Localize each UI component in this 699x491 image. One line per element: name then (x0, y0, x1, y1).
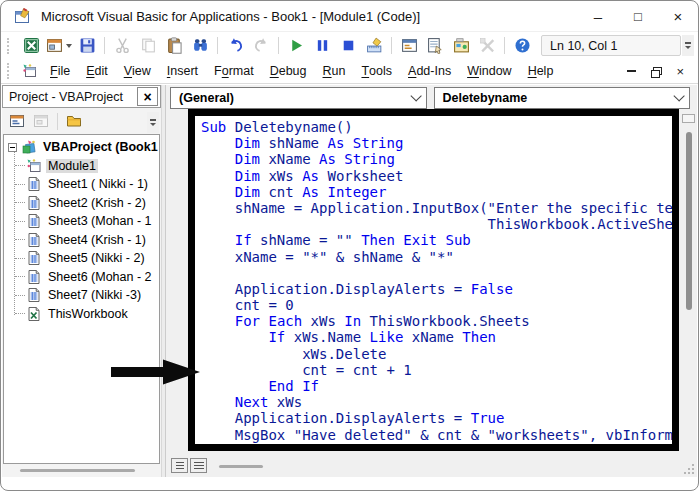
redo-icon (253, 37, 270, 54)
highlighted-code-region[interactable]: Sub Deletebyname() Dim shName As String … (188, 109, 679, 451)
module-icon (26, 158, 42, 174)
tree-item-sheet1-nikki-1[interactable]: Sheet1 ( Nikki - 1) (4, 175, 159, 194)
undo-button[interactable] (222, 34, 248, 58)
code-line: shName = Application.InputBox("Enter the… (201, 200, 672, 216)
menu-file[interactable]: File (42, 59, 78, 83)
tree-item-label: Sheet3 (Mohan - 1 (46, 214, 154, 228)
properties-window-icon (427, 37, 444, 54)
mdi-close-button[interactable]: × (676, 65, 684, 78)
tree-item-module1[interactable]: Module1 (4, 157, 159, 176)
window-title: Microsoft Visual Basic for Applications … (41, 9, 420, 24)
tree-item-sheet4-krish-1[interactable]: Sheet4 (Krish - 1) (4, 231, 159, 250)
view-code-button[interactable] (5, 111, 29, 132)
tree-item-label: ThisWorkbook (46, 307, 130, 321)
menu-edit[interactable]: Edit (78, 59, 116, 83)
project-explorer-panel: Project - VBAProject × (2, 85, 161, 477)
code-line: ThisWorkbook.ActiveSheet (201, 216, 672, 232)
toolbox-button[interactable] (474, 34, 500, 58)
insert-userform-button[interactable] (44, 34, 74, 58)
project-explorer-button[interactable] (396, 34, 422, 58)
mdi-restore-button[interactable] (651, 67, 661, 76)
folder-icon (66, 113, 82, 129)
project-toolbar-overflow-button[interactable] (147, 112, 159, 133)
view-object-button[interactable] (29, 111, 53, 132)
object-dropdown[interactable]: (General) (170, 87, 427, 109)
minimize-button[interactable]: – (578, 1, 618, 31)
copy-button[interactable] (135, 34, 161, 58)
sheet-icon (26, 176, 42, 192)
help-icon (514, 37, 531, 54)
view-object-icon (33, 113, 49, 129)
object-browser-button[interactable] (448, 34, 474, 58)
scrollbar-thumb[interactable] (20, 469, 135, 472)
tree-item-sheet6-mohan-2[interactable]: Sheet6 (Mohan - 2 (4, 268, 159, 287)
tree-item-label: Sheet5 (Nikki - 2) (46, 251, 147, 265)
toolbar-overflow-button[interactable] (682, 35, 694, 56)
find-button[interactable] (187, 34, 213, 58)
properties-window-button[interactable] (422, 34, 448, 58)
menu-bar: FileEditViewInsertFormatDebugRunToolsAdd… (1, 59, 698, 84)
tree-item-sheet7-nikki-3[interactable]: Sheet7 (Nikki -3) (4, 286, 159, 305)
design-mode-button[interactable] (361, 34, 387, 58)
reset-button[interactable] (335, 34, 361, 58)
project-panel-close-button[interactable]: × (137, 87, 158, 106)
menubar-grip[interactable] (7, 63, 13, 79)
menu-insert[interactable]: Insert (159, 59, 206, 83)
cut-button[interactable] (109, 34, 135, 58)
mdi-minimize-button[interactable] (627, 70, 636, 72)
code-line: cnt = cnt + 1 (201, 362, 672, 378)
close-button[interactable]: × (658, 1, 698, 31)
tree-item-thisworkbook[interactable]: ThisWorkbook (4, 305, 159, 324)
code-pane: Sub Deletebyname() Dim shName As String … (166, 112, 697, 477)
paste-button[interactable] (161, 34, 187, 58)
menu-format[interactable]: Format (206, 59, 262, 83)
project-panel-toolbar (2, 108, 161, 134)
code-line: End If (201, 378, 672, 394)
standard-toolbar: Ln 10, Col 1 (1, 31, 698, 59)
menu-window[interactable]: Window (459, 59, 519, 83)
tree-item-vbaproject-book1[interactable]: VBAProject (Book1 (4, 138, 159, 157)
procedure-dropdown[interactable]: Deletebyname (434, 87, 691, 109)
save-button[interactable] (74, 34, 100, 58)
tree-item-sheet5-nikki-2[interactable]: Sheet5 (Nikki - 2) (4, 249, 159, 268)
toolbar-grip[interactable] (7, 38, 13, 54)
scrollbar-split-handle[interactable] (682, 114, 695, 123)
menu-view[interactable]: View (116, 59, 159, 83)
tree-item-sheet3-mohan-1[interactable]: Sheet3 (Mohan - 1 (4, 212, 159, 231)
full-module-view-button[interactable] (190, 458, 207, 473)
run-button[interactable] (283, 34, 309, 58)
view-microsoft-excel-button[interactable] (18, 34, 44, 58)
toolbox-icon (479, 37, 496, 54)
toolbar-separator (104, 37, 105, 54)
menu-help[interactable]: Help (520, 59, 562, 83)
menu-addins[interactable]: Add-Ins (400, 59, 459, 83)
procedure-view-button[interactable] (171, 458, 188, 473)
tree-item-sheet2-krish-2[interactable]: Sheet2 (Krish - 2) (4, 194, 159, 213)
code-window: (General) Deletebyname Sub Deletebyname(… (166, 85, 697, 477)
redo-button[interactable] (248, 34, 274, 58)
break-button[interactable] (309, 34, 335, 58)
menu-run[interactable]: Run (315, 59, 354, 83)
sheet-icon (26, 195, 42, 211)
sheet-icon (26, 250, 42, 266)
toggle-folders-button[interactable] (62, 111, 86, 132)
project-horizontal-scrollbar[interactable] (2, 464, 161, 477)
chevron-down-icon (673, 90, 684, 101)
project-panel-header: Project - VBAProject × (2, 85, 161, 108)
view-code-icon (9, 113, 25, 129)
cut-icon (114, 37, 131, 54)
toolbar-separator (504, 37, 505, 54)
help-button[interactable] (509, 34, 535, 58)
resize-grip-icon[interactable] (684, 464, 694, 474)
title-bar: Microsoft Visual Basic for Applications … (1, 1, 698, 31)
tree-item-label: VBAProject (Book1 (41, 140, 160, 154)
tree-item-label: Sheet1 ( Nikki - 1) (46, 177, 150, 191)
collapse-expander-icon[interactable] (8, 143, 17, 152)
vertical-scrollbar-thumb[interactable] (686, 132, 692, 310)
find-icon (192, 37, 209, 54)
menu-debug[interactable]: Debug (262, 59, 315, 83)
horizontal-scrollbar-thumb[interactable] (219, 465, 263, 468)
menu-tools[interactable]: Tools (353, 59, 400, 83)
maximize-button[interactable]: □ (618, 1, 658, 31)
sheet-icon (26, 232, 42, 248)
